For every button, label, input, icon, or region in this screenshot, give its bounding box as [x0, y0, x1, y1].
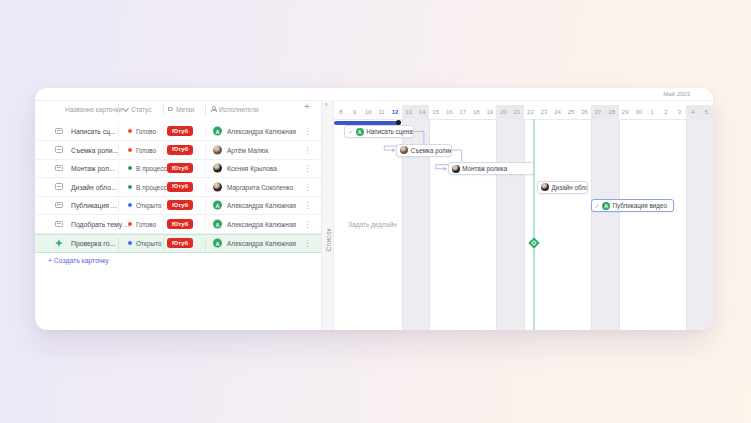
- column-header-label: Метки: [176, 106, 194, 113]
- table-row[interactable]: Публикация ...ОткрытоЮтубAАлександра Кал…: [35, 196, 321, 215]
- table-row[interactable]: Дизайн обло...В процессеЮтубМаргарита Со…: [35, 178, 321, 197]
- create-card-button[interactable]: + Создать карточку: [48, 257, 109, 264]
- progress-bar: [334, 121, 399, 125]
- assignee-name: Маргарита Соколенко: [227, 183, 293, 190]
- gantt-day: 20: [496, 105, 510, 119]
- column-header-label: Исполнители: [219, 106, 259, 113]
- cell-separator: [205, 238, 206, 251]
- card-icon: [55, 165, 63, 172]
- person-icon: [210, 106, 216, 112]
- gantt-day: 11: [375, 105, 389, 119]
- list-tab-label: Список: [325, 228, 332, 251]
- row-menu-kebab-icon[interactable]: ⋮: [303, 182, 312, 192]
- column-header-1: Название карточки: [65, 102, 122, 116]
- card-table: + + Создать карточку Название карточкиСт…: [35, 88, 321, 330]
- card-title: Написать сц...: [71, 128, 116, 135]
- row-menu-kebab-icon[interactable]: ⋮: [303, 219, 312, 229]
- cell-separator: [118, 162, 119, 175]
- cell-separator: [205, 181, 206, 194]
- column-header-label: Название карточки: [65, 106, 122, 113]
- assignee-avatar: A: [213, 127, 222, 136]
- assignee-avatar: [213, 145, 222, 154]
- status-dot: [128, 129, 132, 133]
- gantt-day: 1: [645, 105, 659, 119]
- row-menu-kebab-icon[interactable]: ⋮: [303, 163, 312, 173]
- bar-assignee-avatar: [541, 183, 549, 191]
- tag-icon: [168, 107, 173, 112]
- page-background: + + Создать карточку Название карточкиСт…: [0, 0, 751, 423]
- gantt-task-bar[interactable]: Дизайн обложки: [537, 181, 588, 194]
- column-separator: [163, 104, 164, 115]
- row-menu-kebab-icon[interactable]: ⋮: [303, 126, 312, 136]
- card-title: Монтаж рол...: [71, 165, 115, 172]
- cell-separator: [163, 238, 164, 251]
- gantt-day: 14: [415, 105, 429, 119]
- gantt-day: 19: [483, 105, 497, 119]
- row-menu-kebab-icon[interactable]: ⋮: [303, 238, 312, 248]
- gantt-day: 9: [348, 105, 362, 119]
- gantt-day: 5: [699, 105, 713, 119]
- gantt-day: 13: [402, 105, 416, 119]
- tag-badge: Ютуб: [167, 163, 193, 173]
- gantt-day: 4: [686, 105, 700, 119]
- status-dot: [128, 166, 132, 170]
- filter-icon: [122, 104, 129, 111]
- gantt-day: 2: [659, 105, 673, 119]
- sparkle-icon: [55, 239, 63, 247]
- milestone-diamond[interactable]: [528, 237, 539, 248]
- weekend-column: [605, 119, 620, 330]
- column-separator: [205, 104, 206, 115]
- add-column-button[interactable]: +: [304, 101, 310, 112]
- gantt-day: 29: [618, 105, 632, 119]
- row-menu-kebab-icon[interactable]: ⋮: [303, 200, 312, 210]
- set-deadline-hint: Задать дедлайн: [348, 221, 397, 228]
- status-dot: [128, 148, 132, 152]
- board-window: + + Создать карточку Название карточкиСт…: [35, 88, 713, 330]
- gantt-day: 15: [429, 105, 443, 119]
- cell-separator: [118, 238, 119, 251]
- status-label: Открыто: [136, 240, 162, 247]
- cell-separator: [163, 218, 164, 231]
- status-label: Открыто: [136, 202, 162, 209]
- gantt-task-bar[interactable]: Съемка ролика: [396, 144, 451, 157]
- gantt-task-bar[interactable]: ✓AПубликация видео: [591, 199, 674, 212]
- list-collapse-strip[interactable]: › Список: [321, 100, 334, 330]
- table-row[interactable]: Проверка го...ОткрытоЮтубAАлександра Кал…: [35, 234, 321, 253]
- cell-separator: [205, 218, 206, 231]
- assignee-avatar: [213, 182, 222, 191]
- chevron-right-icon[interactable]: ›: [325, 101, 327, 108]
- gantt-day: 8: [334, 105, 348, 119]
- cell-separator: [163, 125, 164, 138]
- assignee-name: Александра Калюжная: [227, 202, 296, 209]
- table-row[interactable]: Подобрать тему ...ГотовоЮтубAАлександра …: [35, 215, 321, 234]
- bar-label: Монтаж ролика: [462, 165, 507, 172]
- cell-separator: [163, 199, 164, 212]
- column-header-label: Статус: [131, 106, 152, 113]
- cell-separator: [205, 125, 206, 138]
- bar-label: Публикация видео: [613, 202, 667, 209]
- gantt-day: 17: [456, 105, 470, 119]
- tag-badge: Ютуб: [167, 238, 193, 248]
- table-row[interactable]: Написать сц...ГотовоЮтубAАлександра Калю…: [35, 122, 321, 141]
- gantt-day: 30: [632, 105, 646, 119]
- weekend-column: [699, 119, 713, 330]
- gantt-task-bar[interactable]: Монтаж ролика: [448, 162, 534, 175]
- card-title: Съемка роли...: [71, 146, 118, 153]
- card-icon: [55, 221, 63, 228]
- status-dot: [128, 203, 132, 207]
- gantt-day: 26: [578, 105, 592, 119]
- table-row[interactable]: Монтаж рол...В процессеЮтубКсения Крылов…: [35, 159, 321, 178]
- status-label: В процессе: [136, 183, 170, 190]
- card-title: Подобрать тему ...: [71, 221, 130, 228]
- status-dot: [128, 185, 132, 189]
- table-row[interactable]: Съемка роли...ГотовоЮтубАртём Малюк⋮: [35, 141, 321, 160]
- status-label: В процессе: [136, 165, 170, 172]
- tag-badge: Ютуб: [167, 182, 193, 192]
- card-icon: [55, 202, 63, 209]
- gantt-task-bar[interactable]: ✓AНаписать сцена...: [344, 125, 414, 138]
- row-menu-kebab-icon[interactable]: ⋮: [303, 145, 312, 155]
- status-dot: [128, 222, 132, 226]
- column-header-2: Статус: [123, 102, 152, 116]
- gantt-day: 27: [591, 105, 605, 119]
- card-title: Дизайн обло...: [71, 183, 117, 190]
